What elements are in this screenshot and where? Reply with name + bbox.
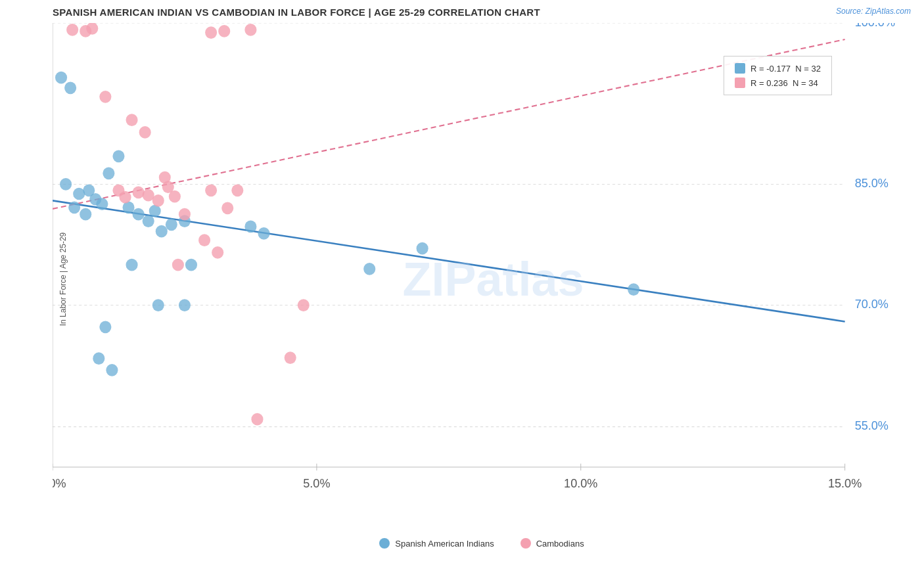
svg-point-50 <box>66 24 78 36</box>
svg-text:0.0%: 0.0% <box>53 476 66 490</box>
svg-point-35 <box>156 225 168 238</box>
svg-point-33 <box>143 215 154 227</box>
source-label: Source: ZipAtlas.com <box>836 7 911 16</box>
chart-title: SPANISH AMERICAN INDIAN VS CAMBODIAN IN … <box>53 7 911 18</box>
svg-point-53 <box>205 26 217 39</box>
bottom-legend: Spanish American Indians Cambodians <box>53 538 911 549</box>
svg-text:70.0%: 70.0% <box>855 296 889 310</box>
svg-text:55.0%: 55.0% <box>855 418 889 432</box>
svg-point-43 <box>179 299 191 311</box>
svg-point-28 <box>96 198 108 210</box>
svg-point-67 <box>205 184 217 196</box>
legend-label-pink: Cambodians <box>536 539 584 549</box>
svg-point-45 <box>417 242 428 255</box>
legend-circle-pink <box>520 538 531 549</box>
svg-point-39 <box>99 321 111 333</box>
svg-point-30 <box>112 150 124 162</box>
svg-point-36 <box>166 218 177 231</box>
svg-point-22 <box>60 178 72 191</box>
svg-point-70 <box>179 208 191 221</box>
legend-label-blue: Spanish American Indians <box>395 539 494 549</box>
legend-row-blue: R = -0.177 N = 32 <box>735 63 821 74</box>
svg-point-55 <box>244 24 256 36</box>
svg-point-48 <box>363 263 375 275</box>
svg-point-47 <box>258 227 269 240</box>
legend-pink-n: N = 34 <box>793 78 818 88</box>
svg-point-65 <box>169 191 181 203</box>
svg-text:5.0%: 5.0% <box>303 476 330 490</box>
legend-item-blue: Spanish American Indians <box>379 538 494 549</box>
chart-container: SPANISH AMERICAN INDIAN VS CAMBODIAN IN … <box>0 0 924 586</box>
svg-text:15.0%: 15.0% <box>828 476 862 490</box>
legend-blue-r: R = -0.177 <box>751 64 791 74</box>
legend-blue-box <box>735 63 745 74</box>
svg-point-69 <box>231 184 243 196</box>
svg-point-60 <box>119 191 131 204</box>
svg-point-21 <box>64 81 76 94</box>
svg-point-74 <box>298 299 310 311</box>
legend-circle-blue <box>379 538 390 549</box>
svg-point-71 <box>198 234 210 246</box>
svg-point-20 <box>55 72 67 84</box>
svg-point-49 <box>628 283 639 296</box>
svg-text:100.0%: 100.0% <box>855 23 895 29</box>
svg-point-24 <box>68 201 80 214</box>
legend-item-pink: Cambodians <box>520 538 584 549</box>
svg-point-73 <box>172 259 184 271</box>
svg-point-32 <box>133 208 145 221</box>
legend-box: R = -0.177 N = 32 R = 0.236 N = 34 <box>724 56 832 95</box>
legend-blue-n: N = 32 <box>795 64 821 74</box>
svg-point-42 <box>152 299 164 311</box>
svg-point-27 <box>80 208 91 221</box>
svg-point-29 <box>103 167 114 179</box>
svg-text:10.0%: 10.0% <box>564 476 597 490</box>
svg-point-72 <box>212 246 223 259</box>
svg-point-40 <box>106 364 118 376</box>
svg-point-57 <box>126 114 138 126</box>
chart-area: In Labor Force | Age 25-29 ZIPatlas R = … <box>53 23 898 535</box>
svg-text:85.0%: 85.0% <box>855 175 889 189</box>
svg-point-68 <box>221 202 233 214</box>
legend-pink-box <box>735 78 745 88</box>
scatter-plot: 0.0% 5.0% 10.0% 15.0% 100.0% 85.0% 70.0%… <box>53 23 898 535</box>
svg-point-46 <box>244 221 256 233</box>
svg-point-66 <box>159 171 171 184</box>
svg-point-41 <box>93 352 104 365</box>
svg-point-58 <box>139 126 151 139</box>
svg-point-44 <box>185 259 197 271</box>
svg-point-56 <box>99 91 111 103</box>
y-axis-label: In Labor Force | Age 25-29 <box>58 233 68 327</box>
svg-point-76 <box>251 413 263 426</box>
legend-pink-r: R = 0.236 <box>751 78 788 88</box>
svg-point-38 <box>126 259 138 271</box>
svg-point-54 <box>218 25 230 37</box>
svg-point-75 <box>285 351 296 364</box>
svg-point-63 <box>152 194 164 207</box>
legend-row-pink: R = 0.236 N = 34 <box>735 78 821 88</box>
